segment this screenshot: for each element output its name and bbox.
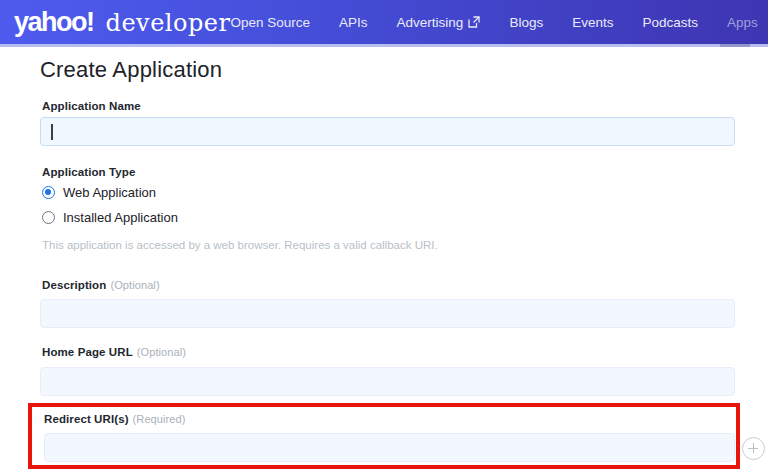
redirect-uris-label: Redirect URI(s)(Required) xyxy=(44,413,186,425)
redirect-uris-label-text: Redirect URI(s) xyxy=(44,413,129,425)
nav-item-label: Podcasts xyxy=(642,15,698,30)
nav-item-apps-active[interactable]: Apps xyxy=(727,15,758,30)
radio-option-label: Web Application xyxy=(63,185,156,200)
developer-wordmark: developer xyxy=(106,9,231,37)
application-name-input[interactable] xyxy=(40,117,735,146)
nav-item-label: Events xyxy=(572,15,613,30)
home-page-url-label-text: Home Page URL xyxy=(42,346,133,358)
add-redirect-uri-button[interactable] xyxy=(742,437,765,460)
nav-item-label: Advertising xyxy=(397,15,464,30)
nav-links: Open Source APIs Advertising Blogs Event… xyxy=(231,0,768,44)
radio-option-label: Installed Application xyxy=(63,210,178,225)
text-cursor-caret xyxy=(51,124,53,140)
home-page-url-input[interactable] xyxy=(40,367,735,396)
redirect-uris-required-hint: (Required) xyxy=(133,413,186,425)
nav-item-events[interactable]: Events xyxy=(572,15,613,30)
nav-item-label: APIs xyxy=(339,15,368,30)
application-name-label: Application Name xyxy=(42,100,141,112)
create-application-form: Create Application Application Name Appl… xyxy=(0,47,768,476)
home-page-url-optional-hint: (Optional) xyxy=(137,346,186,358)
description-label: Description(Optional) xyxy=(42,279,160,291)
description-label-text: Description xyxy=(42,279,106,291)
nav-item-label: Open Source xyxy=(231,15,311,30)
radio-option-web-application[interactable]: Web Application xyxy=(42,185,156,200)
page-title: Create Application xyxy=(40,57,222,83)
application-type-help-text: This application is accessed by a web br… xyxy=(42,239,438,251)
description-input[interactable] xyxy=(40,299,735,328)
nav-item-apis[interactable]: APIs xyxy=(339,15,368,30)
nav-item-open-source[interactable]: Open Source xyxy=(231,15,311,30)
nav-item-podcasts[interactable]: Podcasts xyxy=(642,15,698,30)
redirect-uris-input[interactable] xyxy=(44,433,735,462)
radio-unselected-icon[interactable] xyxy=(42,211,55,224)
radio-option-installed-application[interactable]: Installed Application xyxy=(42,210,178,225)
nav-item-label: Blogs xyxy=(509,15,543,30)
nav-item-blogs[interactable]: Blogs xyxy=(509,15,543,30)
application-type-label: Application Type xyxy=(42,166,135,178)
nav-item-label: Apps xyxy=(727,15,758,30)
description-optional-hint: (Optional) xyxy=(110,279,159,291)
radio-selected-icon[interactable] xyxy=(42,186,55,199)
nav-item-advertising[interactable]: Advertising xyxy=(397,15,481,30)
top-navigation-bar: yahoo! developer Open Source APIs Advert… xyxy=(0,0,768,47)
external-link-icon xyxy=(468,16,480,28)
yahoo-logo-wordmark: yahoo! xyxy=(14,7,94,38)
yahoo-developer-logo[interactable]: yahoo! developer xyxy=(14,7,231,38)
home-page-url-label: Home Page URL(Optional) xyxy=(42,346,186,358)
